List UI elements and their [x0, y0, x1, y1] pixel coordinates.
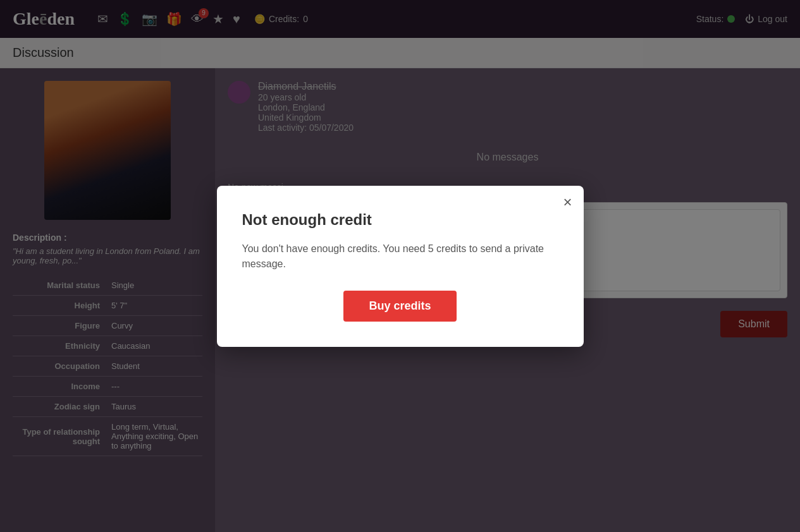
- modal-close-button[interactable]: ×: [563, 195, 572, 210]
- buy-credits-button[interactable]: Buy credits: [343, 291, 456, 322]
- not-enough-credit-modal: × Not enough credit You don't have enoug…: [217, 186, 584, 347]
- modal-title: Not enough credit: [242, 211, 558, 229]
- modal-body-text: You don't have enough credits. You need …: [242, 241, 558, 272]
- modal-overlay: × Not enough credit You don't have enoug…: [0, 0, 800, 532]
- modal-actions: Buy credits: [242, 291, 558, 322]
